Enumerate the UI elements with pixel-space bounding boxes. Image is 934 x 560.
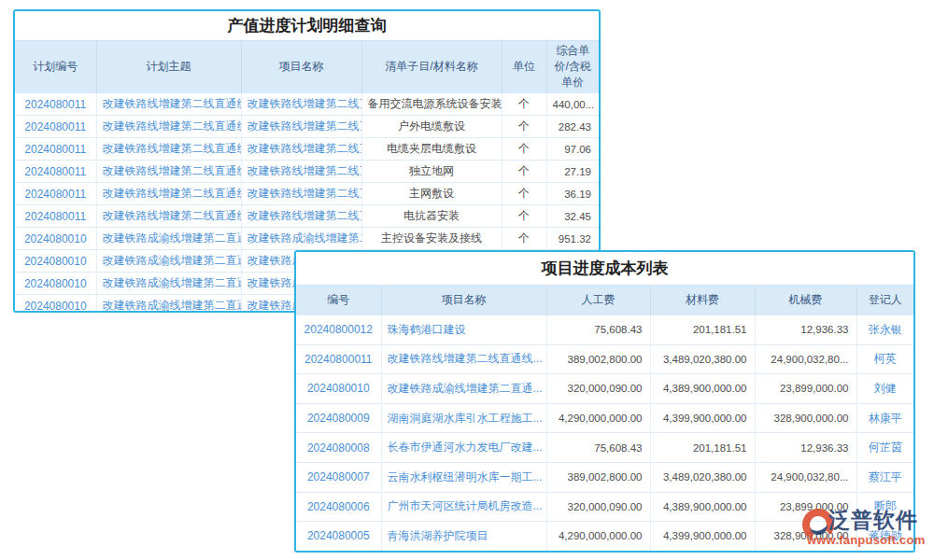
plan-cell-project-name[interactable]: 改建铁路线增建第二线直通线 — [241, 183, 361, 205]
cost-cell-project[interactable]: 云南水利枢纽潜明水库一期工... — [381, 462, 546, 492]
plan-cell-unit: 个 — [502, 93, 546, 116]
table-row: 2024080011改建铁路线增建第二线直通线改建铁路线增建第二线直通线独立地网… — [15, 161, 599, 183]
plan-cell-plan-no[interactable]: 2024080011 — [15, 116, 96, 138]
plan-cell-unit: 个 — [502, 228, 546, 250]
cost-cell-no[interactable]: 2024080006 — [296, 492, 381, 522]
plan-cell-plan-subject[interactable]: 改建铁路线增建第二线直通线 — [96, 93, 241, 116]
cost-cell-no[interactable]: 20240800011 — [296, 344, 381, 374]
cost-cell-machine: 23,899,000.00 — [755, 374, 856, 404]
plan-cell-plan-no[interactable]: 2024080011 — [15, 138, 96, 161]
table-row: 2024080008长春市伊通河水力发电厂改建...75,608.43201,1… — [296, 433, 913, 463]
plan-cell-plan-no[interactable]: 2024080011 — [15, 161, 96, 183]
cost-cell-project[interactable]: 长春市伊通河水力发电厂改建... — [381, 433, 546, 463]
plan-cell-price: 27.19 — [546, 161, 599, 183]
cost-cell-labor: 4,290,000,000.00 — [546, 522, 650, 551]
plan-cell-plan-subject[interactable]: 改建铁路线增建第二线直通线 — [96, 116, 241, 138]
cost-cell-labor: 4,290,000,000.00 — [546, 403, 650, 433]
plan-cell-price: 36.19 — [546, 183, 599, 205]
plan-cell-price: 32.45 — [546, 205, 599, 228]
plan-cell-project-name[interactable]: 改建铁路线增建第二线直通线 — [241, 205, 361, 228]
cost-cell-registrant[interactable]: 柯英 — [856, 344, 913, 374]
plan-cell-plan-no[interactable]: 2024080011 — [15, 205, 96, 228]
cost-cell-project[interactable]: 广州市天河区统计局机房改造... — [381, 492, 546, 522]
plan-cell-item-name: 主控设备安装及接线 — [361, 228, 502, 250]
table-row: 2024080010改建铁路成渝线增建第二直通...320,000,090.00… — [296, 374, 913, 404]
plan-cell-item-name: 备用交流电源系统设备安装 — [361, 93, 502, 116]
cost-cell-no[interactable]: 2024080007 — [296, 462, 381, 492]
column-header-no: 编号 — [296, 286, 381, 315]
plan-cell-unit: 个 — [502, 183, 546, 205]
plan-cell-item-name: 独立地网 — [361, 161, 502, 183]
column-header-item-name: 清单子目/材料名称 — [361, 41, 502, 93]
cost-cell-labor: 320,000,090.00 — [546, 374, 650, 404]
plan-cell-plan-no[interactable]: 2024080010 — [15, 228, 96, 250]
table-row: 2024080011改建铁路线增建第二线直通线改建铁路线增建第二线直通线备用交流… — [15, 93, 599, 116]
plan-cell-plan-subject[interactable]: 改建铁路线增建第二线直通线 — [96, 205, 241, 228]
plan-cell-project-name[interactable]: 改建铁路线增建第二线直通线 — [241, 93, 361, 116]
plan-cell-plan-no[interactable]: 2024080010 — [15, 250, 96, 273]
table-row: 20240800011改建铁路线增建第二线直通线...389,002,800.0… — [296, 344, 913, 374]
cost-cell-no[interactable]: 20240800012 — [296, 315, 381, 345]
table-row: 2024080010改建铁路成渝线增建第二直通改建铁路成渝线增建第二直通主控设备… — [15, 228, 599, 250]
column-header-labor-fee: 人工费 — [546, 286, 650, 315]
cost-cell-no[interactable]: 2024080008 — [296, 433, 381, 463]
cost-cell-material: 3,489,020,380.00 — [650, 344, 755, 374]
logo-url-text: www.fanpusoft.com — [807, 533, 925, 547]
cost-cell-no[interactable]: 2024080009 — [296, 403, 381, 433]
cost-cell-material: 4,389,900,000.00 — [650, 374, 755, 404]
plan-cell-plan-subject[interactable]: 改建铁路线增建第二线直通线 — [96, 138, 241, 161]
column-header-project: 项目名称 — [381, 286, 546, 315]
table-row: 2024080011改建铁路线增建第二线直通线改建铁路线增建第二线直通线电抗器安… — [15, 205, 599, 228]
plan-cell-unit: 个 — [502, 138, 546, 161]
plan-cell-plan-no[interactable]: 2024080011 — [15, 93, 96, 116]
table-row: 2024080011改建铁路线增建第二线直通线改建铁路线增建第二线直通线电缆夹层… — [15, 138, 599, 161]
cost-cell-machine: 24,900,032,80... — [755, 462, 856, 492]
plan-cell-price: 97.06 — [546, 138, 599, 161]
logo-brand-text: 泛普软件 — [828, 508, 918, 532]
plan-cell-plan-no[interactable]: 2024080010 — [15, 273, 96, 295]
cost-cell-material: 3,489,020,380.00 — [650, 462, 755, 492]
cost-cell-registrant[interactable]: 张永银 — [856, 315, 913, 345]
column-header-plan-subject: 计划主题 — [96, 41, 241, 93]
plan-cell-plan-subject[interactable]: 改建铁路成渝线增建第二直通 — [96, 273, 241, 295]
table-row: 2024080009湖南洞庭湖水库引水工程施工...4,290,000,000.… — [296, 403, 913, 433]
cost-cell-no[interactable]: 2024080005 — [296, 522, 381, 551]
plan-cell-project-name[interactable]: 改建铁路成渝线增建第二直通 — [241, 228, 361, 250]
plan-cell-plan-no[interactable]: 2024080010 — [15, 295, 96, 314]
cost-cell-project[interactable]: 青海洪湖养护院项目 — [381, 522, 546, 551]
plan-cell-plan-subject[interactable]: 改建铁路成渝线增建第二直通 — [96, 228, 241, 250]
plan-cell-project-name[interactable]: 改建铁路线增建第二线直通线 — [241, 161, 361, 183]
cost-cell-project[interactable]: 改建铁路线增建第二线直通线... — [381, 344, 546, 374]
plan-cell-plan-subject[interactable]: 改建铁路线增建第二线直通线 — [96, 183, 241, 205]
cost-cell-material: 201,181.51 — [650, 315, 755, 345]
cost-cell-project[interactable]: 珠海鹤港口建设 — [381, 315, 546, 345]
cost-cell-labor: 75,608.43 — [546, 315, 650, 345]
plan-cell-plan-no[interactable]: 2024080011 — [15, 183, 96, 205]
cost-cell-no[interactable]: 2024080010 — [296, 374, 381, 404]
plan-cell-unit: 个 — [502, 161, 546, 183]
cost-cell-registrant[interactable]: 何芷茵 — [856, 433, 913, 463]
cost-cell-labor: 389,002,800.00 — [546, 462, 650, 492]
cost-cell-registrant[interactable]: 蔡江平 — [856, 462, 913, 492]
column-header-material-fee: 材料费 — [650, 286, 755, 315]
cost-cell-machine: 24,900,032,80... — [755, 344, 856, 374]
cost-cell-machine: 328,900,000.00 — [755, 403, 856, 433]
cost-cell-machine: 12,936.33 — [755, 315, 856, 345]
plan-cell-plan-subject[interactable]: 改建铁路成渝线增建第二直通 — [96, 250, 241, 273]
plan-table-title: 产值进度计划明细查询 — [15, 11, 599, 41]
plan-cell-project-name[interactable]: 改建铁路线增建第二线直通线 — [241, 116, 361, 138]
column-header-unit: 单位 — [502, 41, 546, 93]
plan-table-header: 计划编号 计划主题 项目名称 清单子目/材料名称 单位 综合单价/含税单价 — [15, 41, 599, 93]
fanpu-logo: 泛普软件 www.fanpusoft.com — [801, 508, 930, 551]
cost-cell-labor: 75,608.43 — [546, 433, 650, 463]
cost-cell-registrant[interactable]: 林康平 — [856, 403, 913, 433]
cost-cell-project[interactable]: 改建铁路成渝线增建第二直通... — [381, 374, 546, 404]
plan-cell-project-name[interactable]: 改建铁路线增建第二线直通线 — [241, 138, 361, 161]
cost-cell-material: 201,181.51 — [650, 433, 755, 463]
cost-cell-registrant[interactable]: 刘健 — [856, 374, 913, 404]
plan-cell-plan-subject[interactable]: 改建铁路线增建第二线直通线 — [96, 161, 241, 183]
cost-cell-machine: 12,936.33 — [755, 433, 856, 463]
cost-cell-project[interactable]: 湖南洞庭湖水库引水工程施工... — [381, 403, 546, 433]
column-header-price: 综合单价/含税单价 — [546, 41, 599, 93]
plan-cell-plan-subject[interactable]: 改建铁路成渝线增建第二直通 — [96, 295, 241, 314]
